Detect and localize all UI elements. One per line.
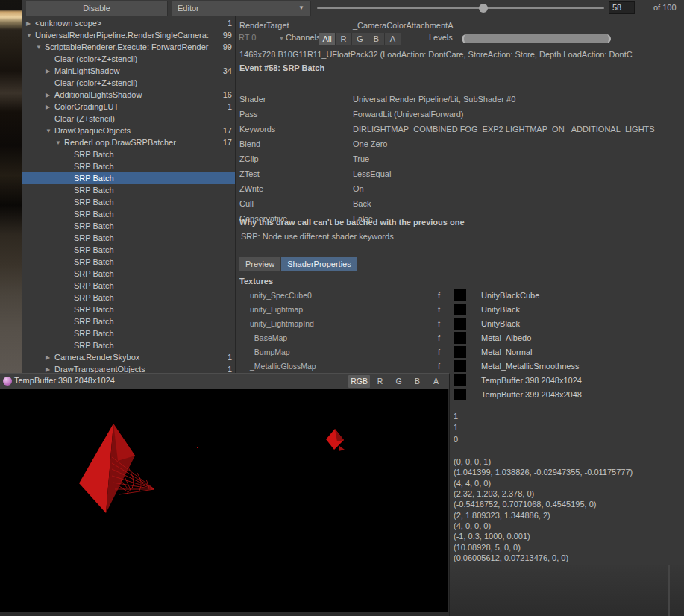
tab[interactable]: Preview xyxy=(239,257,280,271)
frame-debugger-window: Disable Editor ▼ 58 of 100 ▶ <unknown sc… xyxy=(0,0,684,616)
tree-row[interactable]: SRP Batch xyxy=(22,172,235,184)
tree-row[interactable]: SRP Batch xyxy=(22,292,235,304)
vector-value: (0, 0, 0, 1) xyxy=(454,456,633,467)
tree-row[interactable]: SRP Batch xyxy=(22,339,235,351)
event-hierarchy-tree: ▶ <unknown scope> 1 ▼ UniversalRenderPip… xyxy=(22,16,235,373)
tree-row[interactable]: ▶ MainLightShadow 34 xyxy=(22,65,235,77)
tree-row[interactable]: SRP Batch xyxy=(22,315,235,327)
float-value: 0 xyxy=(454,434,458,445)
texture-property-name: _BaseMap xyxy=(250,331,287,345)
texture-flag: f xyxy=(438,303,440,317)
shader-prop-row: ZWrite On xyxy=(239,181,684,196)
rt-index-dropdown[interactable]: RT 0 xyxy=(239,33,256,42)
shader-prop-label: ZWrite xyxy=(239,184,263,193)
preview-channel-button[interactable]: A xyxy=(427,375,445,388)
texture-row[interactable]: _BaseMap f Metal_Albedo xyxy=(236,331,684,345)
texture-flag: f xyxy=(438,317,440,331)
tree-row[interactable]: Clear (color+Z+stencil) xyxy=(22,53,235,65)
texture-swatch-icon[interactable] xyxy=(454,318,466,330)
texture-swatch-icon[interactable] xyxy=(454,304,466,315)
expand-arrow-icon[interactable]: ▶ xyxy=(45,366,54,373)
channel-button[interactable]: A xyxy=(385,33,401,45)
tree-row[interactable]: ▼ DrawOpaqueObjects 17 xyxy=(22,125,235,136)
texture-property-name: unity_SpecCube0 xyxy=(250,289,312,303)
frame-number-input[interactable]: 58 xyxy=(609,1,635,14)
texture-row[interactable]: unity_LightmapInd f UnityBlack xyxy=(236,317,684,331)
tree-row[interactable]: Clear (color+Z+stencil) xyxy=(22,77,235,89)
preview-image[interactable] xyxy=(0,389,448,612)
texture-row[interactable]: _BumpMap f Metal_Normal xyxy=(236,345,684,359)
texture-property-name: _BumpMap xyxy=(250,345,290,359)
disable-button[interactable]: Disable xyxy=(26,1,168,16)
tree-row[interactable]: SRP Batch xyxy=(22,160,235,172)
float-values: 110 xyxy=(454,411,458,445)
channel-button[interactable]: B xyxy=(368,33,385,45)
tree-row[interactable]: SRP Batch xyxy=(22,268,235,280)
tree-row[interactable]: ▼ RenderLoop.DrawSRPBatcher 17 xyxy=(22,136,235,148)
tree-row[interactable]: ▶ DrawTransparentObjects 1 xyxy=(22,363,235,373)
texture-flag: f xyxy=(438,289,440,303)
texture-swatch-icon[interactable] xyxy=(454,289,466,301)
shader-prop-row: Shader Universal Render Pipeline/Lit, Su… xyxy=(239,92,684,107)
float-value: 1 xyxy=(454,422,458,433)
tree-row-label: ScriptableRenderer.Execute: ForwardRende… xyxy=(45,43,223,51)
expand-arrow-icon[interactable]: ▼ xyxy=(35,44,45,51)
shader-prop-row: ZTest LessEqual xyxy=(239,166,684,181)
texture-swatch-icon[interactable] xyxy=(454,332,466,344)
texture-row[interactable]: unity_SpecCube0 f UnityBlackCube xyxy=(236,289,684,303)
preview-channel-button[interactable]: G xyxy=(390,375,407,388)
expand-arrow-icon[interactable]: ▼ xyxy=(45,128,54,134)
expand-arrow-icon[interactable]: ▼ xyxy=(54,139,64,146)
tree-row[interactable]: SRP Batch xyxy=(22,220,235,232)
preview-channel-button[interactable]: B xyxy=(409,375,426,388)
texture-swatch-icon[interactable] xyxy=(454,360,466,372)
preview-channel-button[interactable]: R xyxy=(371,375,389,388)
tree-row-label: SRP Batch xyxy=(74,269,232,278)
tree-row[interactable]: SRP Batch xyxy=(22,184,235,196)
tree-row[interactable]: ▶ Camera.RenderSkybox 1 xyxy=(22,351,235,363)
tree-row[interactable]: ▼ UniversalRenderPipeline.RenderSingleCa… xyxy=(22,29,235,41)
tree-row[interactable]: SRP Batch xyxy=(22,304,235,315)
texture-swatch-icon[interactable] xyxy=(454,346,466,358)
frame-slider-handle[interactable] xyxy=(479,4,488,13)
shader-prop-label: Blend xyxy=(239,139,260,148)
texture-row[interactable]: unity_Lightmap f UnityBlack xyxy=(236,303,684,317)
levels-range-slider[interactable] xyxy=(462,34,611,43)
expand-arrow-icon[interactable]: ▶ xyxy=(45,68,54,75)
texture-swatch-icon[interactable] xyxy=(454,374,466,386)
frame-slider-track[interactable] xyxy=(317,7,604,9)
preview-channel-button[interactable]: RGB xyxy=(348,375,370,388)
texture-row[interactable]: _MetallicGlossMap f Metal_MetallicSmooth… xyxy=(236,359,684,374)
tree-row[interactable]: ▶ AdditionalLightsShadow 16 xyxy=(22,89,235,101)
channel-button[interactable]: All xyxy=(319,33,336,45)
detail-tabs: PreviewShaderProperties xyxy=(239,257,358,271)
texture-swatch-icon[interactable] xyxy=(454,389,466,400)
tree-row[interactable]: SRP Batch xyxy=(22,280,235,292)
tree-row[interactable]: SRP Batch xyxy=(22,244,235,256)
tree-row-label: ColorGradingLUT xyxy=(54,102,228,111)
expand-arrow-icon[interactable]: ▶ xyxy=(25,20,35,27)
tree-row[interactable]: ▼ ScriptableRenderer.Execute: ForwardRen… xyxy=(22,41,235,53)
shadowmap-render xyxy=(0,389,448,612)
channel-button[interactable]: G xyxy=(352,33,368,45)
expand-arrow-icon[interactable]: ▶ xyxy=(45,92,54,98)
tree-row-label: SRP Batch xyxy=(74,329,232,338)
tree-row[interactable]: ▶ <unknown scope> 1 xyxy=(22,17,235,29)
tree-row[interactable]: SRP Batch xyxy=(22,208,235,220)
target-dropdown[interactable]: Editor ▼ xyxy=(172,1,311,16)
tree-row[interactable]: SRP Batch xyxy=(22,256,235,268)
tree-row-label: SRP Batch xyxy=(74,317,232,326)
tab[interactable]: ShaderProperties xyxy=(281,257,357,271)
tree-row[interactable]: SRP Batch xyxy=(22,196,235,208)
expand-arrow-icon[interactable]: ▶ xyxy=(45,104,54,110)
tree-row[interactable]: SRP Batch xyxy=(22,232,235,244)
expand-arrow-icon[interactable]: ▶ xyxy=(45,354,54,361)
tree-row-label: SRP Batch xyxy=(74,257,232,266)
tree-row-count: 1 xyxy=(228,102,235,111)
tree-row[interactable]: SRP Batch xyxy=(22,327,235,339)
expand-arrow-icon[interactable]: ▼ xyxy=(25,32,35,39)
tree-row[interactable]: SRP Batch xyxy=(22,148,235,160)
tree-row[interactable]: ▶ ColorGradingLUT 1 xyxy=(22,101,235,113)
tree-row[interactable]: Clear (Z+stencil) xyxy=(22,113,235,125)
channel-button[interactable]: R xyxy=(336,33,352,45)
